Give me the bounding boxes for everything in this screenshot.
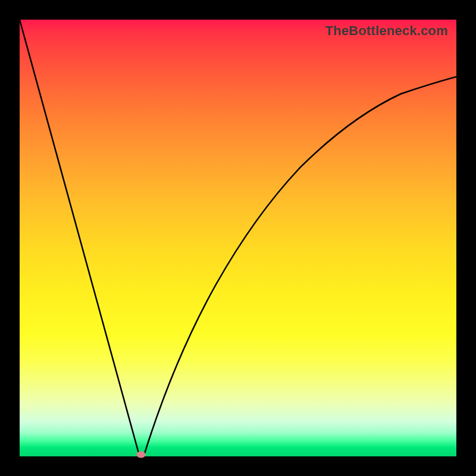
minimum-marker xyxy=(137,452,146,458)
curve-path xyxy=(20,20,456,456)
plot-area: TheBottleneck.com xyxy=(20,20,456,456)
chart-frame: TheBottleneck.com xyxy=(0,0,476,476)
bottleneck-curve xyxy=(20,20,456,456)
